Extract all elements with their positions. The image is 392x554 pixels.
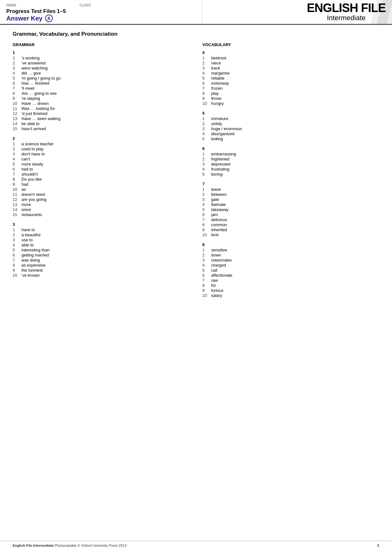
list-item: 8as expensive [13,263,187,268]
list-item: 4frustrating [202,167,380,172]
list-item: 11doesn't need [13,192,187,197]
q5-sublist: 1immature 2untidy 3huge / enormous 4diso… [202,116,380,141]
list-item: 14be able to [13,121,187,126]
list-item: 3huge / enormous [202,126,380,131]
list-item: 5call [202,268,380,273]
list-item: 4did … give [13,71,187,75]
list-item: 2down [202,253,380,257]
footer-page: 1 [377,543,379,548]
list-item: 4charged [202,263,380,268]
q8-number: 8 [202,242,210,247]
column-left: GRAMMAR 1 1's working 2've answered 3wer… [13,42,196,303]
list-item: 4margarine [202,71,380,75]
list-item: 7was doing [13,258,187,262]
list-item: 10limit [202,232,380,237]
list-item: 3don't have to [13,152,187,156]
q3-sublist: 1have to 2a beautiful 3use to 4able to 5… [13,227,187,278]
list-item: 10salary [202,293,380,298]
q8-row: 8 [202,242,380,247]
list-item: 1a science teacher [13,142,187,146]
list-item: 3classmates [202,258,380,262]
answer-key-badge: A [45,15,53,22]
vocabulary-label: VOCABULARY [202,42,380,47]
list-item: 6affectionate [202,273,380,278]
list-item: 2a beautiful [13,232,187,237]
list-item: 7delicious [202,217,380,222]
list-item: 1embarrassing [202,152,380,156]
logo: ENGLISH FILE Intermediate [307,2,386,22]
q1-sublist: 1's working 2've answered 3were watching… [13,56,187,131]
list-item: 8for [202,283,380,288]
list-item: 6Has … finished [13,81,187,86]
list-item: 9had [13,182,187,187]
list-item: 5boring [202,172,380,177]
grammar-label: GRAMMAR [13,42,187,47]
list-item: 7shouldn't [13,172,187,177]
q5-number: 5 [202,111,210,116]
list-item: 3track [202,66,380,70]
list-item: 11Was … looking for [13,106,187,111]
list-item: 2've answered [13,61,187,65]
list-item: 15restaurants [13,212,187,217]
answer-key-text: Answer Key [6,15,43,22]
list-item: 12are you going [13,197,187,202]
list-item: 1's working [13,56,187,60]
q7-row: 7 [202,182,380,186]
list-item: 7frozen [202,86,380,91]
logo-main: ENGLISH FILE [307,2,386,14]
header-subtitle: Answer Key A [6,15,196,22]
q4-number: 4 [202,50,210,55]
footer-normal: Photocopiable © Oxford University Press … [54,544,126,547]
list-item: 9're staying [13,96,187,101]
list-item: 3use to [13,238,187,242]
list-item: 8Do you like [13,177,187,182]
list-item: 4can't [13,157,187,161]
list-item: 9throw [202,96,380,101]
q6-number: 6 [202,146,210,151]
list-item: 7'll meet [13,86,187,91]
q3-number: 3 [13,222,20,227]
list-item: 2between [202,192,380,197]
list-item: 5boiling [202,136,380,141]
list-item: 3depressed [202,162,380,166]
list-item: 8play [202,91,380,96]
list-item: 6had to [13,167,187,172]
list-item: 9furious [202,288,380,293]
header-right: ENGLISH FILE Intermediate [202,0,392,24]
q6-sublist: 1embarrassing 2frightened 3depressed 4fr… [202,152,380,177]
list-item: 12'd just finished [13,111,187,116]
q4-sublist: 1beetroot 2niece 3track 4margarine 5reli… [202,56,380,106]
list-item: 9the funniest [13,268,187,273]
grammar-q1: 1 1's working 2've answered 3were watchi… [13,50,187,131]
q3-row: 3 [13,222,187,227]
list-item: 8common [202,222,380,227]
list-item: 2untidy [202,121,380,126]
list-item: 14since [13,207,187,212]
list-item: 5more slowly [13,162,187,166]
logo-sub: Intermediate [307,14,386,22]
list-item: 2niece [202,61,380,65]
list-item: 1sensitive [202,248,380,252]
list-item: 1have to [13,227,187,232]
list-item: 3were watching [13,66,187,70]
vocab-q4: 4 1beetroot 2niece 3track 4margarine 5re… [202,50,380,106]
list-item: 6jam [202,212,380,217]
header-title: Progress Test Files 1–5 [6,8,196,15]
list-item: 8Are … going to see [13,91,187,96]
q2-row: 2 [13,136,187,141]
list-item: 10hungry [202,101,380,106]
q1-number: 1 [13,50,20,55]
vocab-q5: 5 1immature 2untidy 3huge / enormous 4di… [202,111,380,141]
two-columns: GRAMMAR 1 1's working 2've answered 3wer… [13,42,379,303]
name-class-row: NAME CLASS [6,3,196,7]
list-item: 1immature [202,116,380,121]
footer-bold: English File Intermediate [13,544,54,547]
class-label: CLASS [80,3,91,7]
list-item: 6motorway [202,81,380,86]
list-item: 4flatmate [202,202,380,207]
list-item: 10've known [13,273,187,278]
q7-number: 7 [202,182,210,186]
q2-sublist: 1a science teacher 2used to play 3don't … [13,142,187,217]
list-item: 5takeaway [202,207,380,212]
list-item: 2used to play [13,147,187,151]
